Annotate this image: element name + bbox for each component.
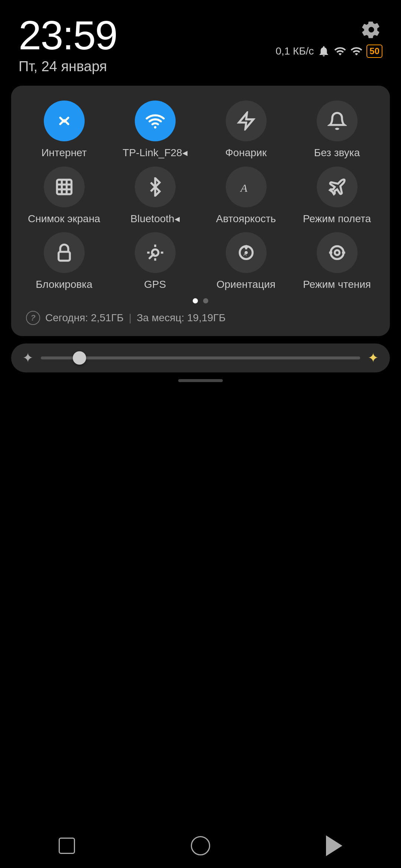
quick-settings-panel: Интернет TP-Link_F28◂ Фонарик	[11, 86, 390, 336]
data-usage: ? Сегодня: 2,51ГБ | За месяц: 19,19ГБ	[22, 311, 379, 325]
nav-handle	[178, 379, 223, 382]
svg-point-18	[330, 246, 343, 259]
nav-back-button[interactable]	[319, 831, 349, 861]
tile-screenshot-circle	[44, 167, 85, 207]
tile-orientation[interactable]: A Ориентация	[204, 232, 288, 291]
tile-gps[interactable]: GPS	[113, 232, 197, 291]
signal-icon	[334, 45, 346, 57]
tile-gps-label: GPS	[144, 278, 166, 291]
tile-wifi-circle	[135, 101, 176, 141]
tile-airplane[interactable]: Режим полета	[295, 167, 379, 225]
tile-internet[interactable]: Интернет	[22, 101, 106, 159]
tile-lock-label: Блокировка	[36, 278, 92, 291]
page-dots	[22, 298, 379, 303]
svg-rect-2	[57, 180, 71, 194]
tile-internet-label: Интернет	[41, 147, 87, 159]
brightness-high-icon: ✦	[368, 350, 379, 366]
nav-home-button[interactable]	[186, 831, 215, 861]
tile-wifi[interactable]: TP-Link_F28◂	[113, 101, 197, 159]
tile-flashlight-circle	[226, 101, 267, 141]
tile-bluetooth-circle	[135, 167, 176, 207]
tile-orientation-circle: A	[226, 232, 267, 273]
clock: 23:59	[19, 15, 117, 56]
tile-screenshot-label: Снимок экрана	[28, 213, 100, 225]
tile-internet-circle	[44, 101, 85, 141]
tile-reading-label: Режим чтения	[303, 278, 371, 291]
tile-lock[interactable]: Блокировка	[22, 232, 106, 291]
nav-recents-icon	[59, 838, 75, 854]
settings-icon[interactable]	[360, 19, 382, 41]
data-month: За месяц: 19,19ГБ	[137, 312, 225, 324]
tile-autobrightness[interactable]: A Автояркость	[204, 167, 288, 225]
wifi-status-icon	[350, 45, 363, 57]
tile-screenshot[interactable]: Снимок экрана	[22, 167, 106, 225]
svg-point-19	[335, 250, 339, 255]
date: Пт, 24 января	[19, 59, 117, 75]
bottom-nav	[0, 823, 401, 868]
brightness-track[interactable]	[41, 356, 360, 359]
brightness-low-icon: ✦	[22, 350, 33, 366]
dot-2[interactable]	[203, 298, 208, 303]
tile-bluetooth[interactable]: Bluetooth◂	[113, 167, 197, 225]
svg-text:A: A	[243, 251, 247, 257]
svg-rect-8	[58, 252, 69, 261]
tile-flashlight[interactable]: Фонарик	[204, 101, 288, 159]
nav-recents-button[interactable]	[52, 831, 82, 861]
tiles-grid: Интернет TP-Link_F28◂ Фонарик	[22, 101, 379, 291]
dot-1[interactable]	[193, 298, 198, 303]
tile-silent-label: Без звука	[314, 147, 360, 159]
tile-silent-circle	[317, 101, 358, 141]
tile-bluetooth-label: Bluetooth◂	[130, 213, 179, 225]
tile-silent[interactable]: Без звука	[295, 101, 379, 159]
svg-text:A: A	[239, 182, 247, 194]
tile-autobrightness-label: Автояркость	[216, 213, 276, 225]
alarm-icon	[317, 45, 330, 57]
tile-airplane-circle	[317, 167, 358, 207]
svg-marker-1	[239, 113, 253, 129]
tile-reading[interactable]: Режим чтения	[295, 232, 379, 291]
data-today: Сегодня: 2,51ГБ	[45, 312, 124, 324]
tile-gps-circle	[135, 232, 176, 273]
status-bar: 23:59 Пт, 24 января 0,1 КБ/с 50	[0, 0, 401, 78]
tile-orientation-label: Ориентация	[216, 278, 276, 291]
tile-flashlight-label: Фонарик	[225, 147, 267, 159]
network-speed: 0,1 КБ/с	[276, 45, 314, 57]
nav-back-icon	[326, 835, 342, 856]
battery-indicator: 50	[366, 45, 382, 58]
tile-airplane-label: Режим полета	[303, 213, 371, 225]
tile-lock-circle	[44, 232, 85, 273]
status-icons: 0,1 КБ/с 50	[276, 45, 382, 58]
brightness-thumb[interactable]	[73, 351, 86, 365]
tile-autobrightness-circle: A	[226, 167, 267, 207]
nav-home-icon	[191, 836, 210, 855]
brightness-slider[interactable]: ✦ ✦	[11, 343, 390, 372]
data-info-icon: ?	[26, 311, 40, 325]
tile-reading-circle	[317, 232, 358, 273]
tile-wifi-label: TP-Link_F28◂	[123, 147, 187, 159]
